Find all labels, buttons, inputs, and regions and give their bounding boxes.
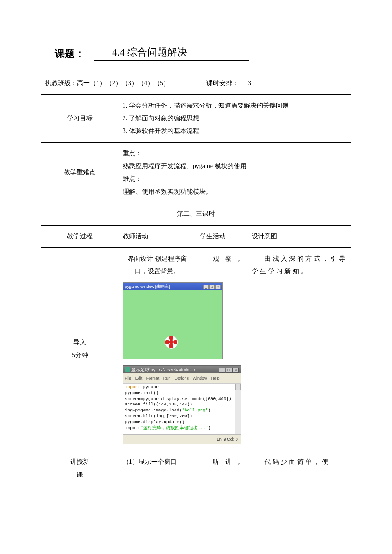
intro-label-2: 5分钟 — [45, 349, 115, 362]
soccer-ball-icon — [165, 336, 178, 349]
col-teacher: 教师活动 — [119, 226, 196, 248]
intro-design-cell: 由浅入深的方式，引导学生学习新知。 — [248, 248, 351, 451]
goals-label: 学习目标 — [41, 95, 119, 143]
close-icon: × — [215, 285, 221, 289]
keypoints-row: 教学重难点 重点： 熟悉应用程序开发流程、pygame 模块的使用 难点： 理解… — [41, 143, 351, 203]
menu-item: Format — [146, 376, 160, 380]
menu-item: Edit — [135, 376, 143, 380]
title-label: 课题： — [55, 47, 85, 61]
menu-item: Window — [192, 376, 207, 380]
intro-student-text: 观察。 — [200, 252, 244, 265]
idle-titlebar: 显示足球.py - C:\Users\Administr… _□× — [123, 366, 241, 373]
goal-item: 3. 体验软件开发的基本流程 — [123, 125, 347, 138]
pygame-titlebar: pygame window [未响应] _□× — [123, 283, 222, 290]
lecture-design-cell: 代码少而简单，便 — [248, 451, 351, 486]
period-value: 3 — [248, 80, 251, 87]
kp-label: 重点： — [123, 147, 347, 160]
lecture-student-text: 听讲。 — [200, 456, 244, 468]
session-header: 第二、三课时 — [41, 203, 351, 226]
goal-item: 2. 了解面向对象的编程思想 — [123, 112, 347, 125]
keypoints-content: 重点： 熟悉应用程序开发流程、pygame 模块的使用 难点： 理解、使用函数实… — [119, 143, 351, 203]
minimize-icon: _ — [219, 368, 225, 373]
col-student: 学生活动 — [196, 226, 248, 248]
idle-window-buttons: _□× — [218, 365, 239, 374]
pygame-window-buttons: _□× — [203, 282, 221, 291]
idle-code-area: import pygame pygame.init() screen=pygam… — [123, 384, 241, 434]
class-period-row: 执教班级：高一（1）（2）（3）（4）（5） 课时安排： 3 — [41, 72, 351, 95]
period-cell: 课时安排： 3 — [196, 72, 351, 95]
intro-label-cell: 导入 5分钟 — [41, 248, 119, 451]
keypoints-label: 教学重难点 — [41, 143, 119, 203]
lecture-design-text: 代码少而简单，便 — [252, 456, 347, 468]
page-header: 课题： 4.4 综合问题解决 — [41, 46, 351, 61]
class-cell: 执教班级：高一（1）（2）（3）（4）（5） — [41, 72, 196, 95]
session-header-row: 第二、三课时 — [41, 203, 351, 226]
lesson-plan-table: 执教班级：高一（1）（2）（3）（4）（5） 课时安排： 3 学习目标 1. 学… — [41, 72, 351, 486]
minimize-icon: _ — [203, 285, 209, 289]
col-design: 设计意图 — [248, 226, 351, 248]
menu-item: Run — [163, 376, 171, 380]
lecture-label-2: 课 — [45, 468, 115, 481]
intro-row: 导入 5分钟 界面设计 创建程序窗口，设置背景。 pygame window [… — [41, 248, 351, 451]
diff-text: 理解、使用函数实现功能模块。 — [123, 185, 347, 198]
maximize-icon: □ — [226, 368, 232, 373]
close-icon: × — [232, 368, 239, 373]
intro-label-1: 导入 — [45, 336, 115, 349]
kp-text: 熟悉应用程序开发流程、pygame 模块的使用 — [123, 160, 347, 173]
class-value: 高一（1）（2）（3）（4）（5） — [77, 80, 170, 87]
column-header-row: 教学过程 教师活动 学生活动 设计意图 — [41, 226, 351, 248]
lecture-label-cell: 讲授新 课 — [41, 451, 119, 486]
lecture-row: 讲授新 课 （1）显示一个窗口 听讲。 代码少而简单，便 — [41, 451, 351, 486]
goal-item: 1. 学会分析任务，描述需求分析，知道需要解决的关键问题 — [123, 99, 347, 112]
period-label: 课时安排： — [206, 80, 238, 87]
goals-row: 学习目标 1. 学会分析任务，描述需求分析，知道需要解决的关键问题 2. 了解面… — [41, 95, 351, 143]
pygame-title-text: pygame window [未响应] — [125, 282, 170, 291]
pygame-canvas — [123, 290, 222, 359]
class-label: 执教班级： — [45, 80, 77, 87]
maximize-icon: □ — [209, 285, 215, 289]
goals-content: 1. 学会分析任务，描述需求分析，知道需要解决的关键问题 2. 了解面向对象的编… — [119, 95, 351, 143]
python-file-icon — [125, 367, 130, 372]
lecture-teacher-cell: （1）显示一个窗口 — [119, 451, 196, 486]
idle-title-text: 显示足球.py - C:\Users\Administr… — [131, 365, 200, 374]
pygame-window-screenshot: pygame window [未响应] _□× — [123, 282, 223, 359]
lecture-student-cell: 听讲。 — [196, 451, 248, 486]
col-process: 教学过程 — [41, 226, 119, 248]
scrollbar — [235, 384, 241, 434]
intro-teacher-cell: 界面设计 创建程序窗口，设置背景。 pygame window [未响应] _□… — [119, 248, 196, 451]
intro-design-text: 由浅入深的方式，引导学生学习新知。 — [252, 252, 347, 278]
title-text: 4.4 综合问题解决 — [94, 46, 249, 61]
intro-teacher-title: 界面设计 创建程序窗口，设置背景。 — [123, 252, 192, 278]
menu-item: Options — [175, 376, 189, 380]
menu-item: Help — [211, 376, 220, 380]
lecture-label-1: 讲授新 — [45, 456, 115, 468]
lecture-teacher-text: （1）显示一个窗口 — [123, 456, 192, 468]
menu-item: File — [125, 376, 132, 380]
idle-statusbar: Ln: 9 Col: 0 — [123, 434, 241, 444]
diff-label: 难点： — [123, 173, 347, 185]
